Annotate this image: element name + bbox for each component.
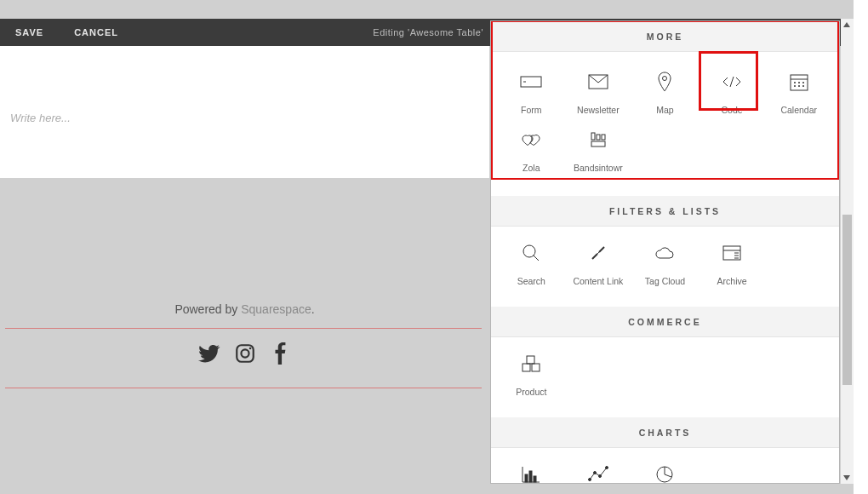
cancel-button[interactable]: CANCEL [59, 27, 134, 37]
section-header-filters: FILTERS & LISTS [491, 196, 839, 227]
section-commerce: COMMERCE Product [491, 307, 839, 417]
block-label: Newsletter [577, 105, 620, 117]
block-picker-panel[interactable]: MORE Form Newsletter Map Code [490, 20, 840, 484]
block-label: Content Link [573, 276, 623, 288]
svg-point-2 [248, 348, 251, 350]
svg-point-38 [588, 478, 591, 480]
block-pie-chart[interactable]: Pie Chart [631, 460, 699, 484]
product-icon [520, 353, 542, 375]
svg-point-39 [593, 471, 596, 474]
block-zola[interactable]: Zola [498, 125, 565, 178]
page-footer: Powered by Squarespace. [0, 178, 489, 493]
archive-icon [721, 242, 743, 264]
search-icon [520, 242, 542, 264]
block-label: Search [517, 276, 545, 288]
facebook-icon[interactable] [270, 342, 292, 368]
svg-point-6 [663, 77, 667, 81]
hearts-icon [520, 129, 542, 151]
svg-rect-30 [527, 356, 534, 364]
powered-by-text: Powered by Squarespace. [0, 302, 489, 316]
block-content-link[interactable]: Content Link [565, 238, 632, 291]
svg-rect-18 [597, 135, 600, 140]
block-bandsintown[interactable]: Bandsintowr [565, 125, 632, 178]
svg-point-40 [598, 474, 601, 477]
svg-point-12 [802, 82, 803, 83]
cloud-icon [654, 242, 676, 264]
block-label: Archive [717, 276, 747, 288]
block-label: Bandsintowr [574, 163, 623, 175]
svg-point-15 [802, 85, 803, 86]
svg-line-7 [730, 77, 734, 87]
svg-point-10 [794, 82, 795, 83]
svg-rect-36 [529, 471, 532, 482]
map-pin-icon [654, 71, 676, 93]
window-scrollbar[interactable] [841, 19, 854, 484]
svg-rect-32 [532, 364, 540, 371]
svg-point-14 [798, 85, 799, 86]
powered-period: . [311, 302, 315, 316]
svg-rect-19 [602, 135, 605, 140]
scroll-down-icon[interactable] [843, 475, 850, 480]
block-calendar[interactable]: Calendar [765, 67, 832, 120]
section-more: MORE Form Newsletter Map Code [491, 21, 839, 196]
pie-chart-icon [654, 463, 676, 484]
block-bar-chart[interactable]: Bar Chart [498, 460, 565, 484]
block-label: Map [656, 105, 673, 117]
form-icon [520, 71, 542, 93]
svg-rect-31 [523, 364, 530, 371]
scroll-thumb[interactable] [842, 215, 852, 385]
svg-point-13 [794, 85, 795, 86]
window-edge [854, 0, 868, 494]
section-header-more: MORE [491, 21, 839, 52]
block-line-chart[interactable]: Line Chart [565, 460, 632, 484]
section-filters: FILTERS & LISTS Search Content Link Tag … [491, 196, 839, 307]
block-newsletter[interactable]: Newsletter [565, 67, 632, 120]
instagram-icon[interactable] [234, 342, 256, 368]
block-search[interactable]: Search [498, 238, 565, 291]
block-label: Zola [523, 163, 540, 175]
bar-chart-icon [520, 463, 542, 484]
svg-rect-37 [534, 476, 536, 482]
svg-point-11 [798, 82, 799, 83]
block-label: Tag Cloud [645, 276, 685, 288]
block-form[interactable]: Form [498, 67, 565, 120]
svg-line-24 [596, 250, 601, 256]
content-editor[interactable]: Write here... [0, 46, 489, 178]
powered-brand-link[interactable]: Squarespace [241, 302, 311, 316]
envelope-icon [587, 71, 609, 93]
social-icons-row [0, 342, 489, 368]
block-archive[interactable]: Archive [699, 238, 766, 291]
block-label: Calendar [780, 105, 817, 117]
section-header-commerce: COMMERCE [491, 307, 839, 337]
svg-point-20 [523, 245, 535, 257]
calendar-icon [788, 71, 810, 93]
block-label: Product [516, 387, 546, 399]
block-map[interactable]: Map [631, 67, 699, 120]
line-chart-icon [587, 463, 609, 484]
section-header-charts: CHARTS [491, 417, 839, 448]
block-label: Form [521, 105, 542, 117]
divider-line [5, 328, 482, 329]
block-label: Code [722, 105, 743, 117]
twitter-icon[interactable] [198, 342, 220, 368]
svg-line-44 [665, 474, 671, 477]
svg-point-1 [241, 349, 248, 357]
divider-line [5, 388, 482, 388]
svg-rect-35 [525, 474, 528, 482]
svg-line-21 [534, 256, 539, 261]
block-tag-cloud[interactable]: Tag Cloud [631, 238, 699, 291]
section-charts: CHARTS Bar Chart Line Chart Pie Chart [491, 417, 839, 484]
save-button[interactable]: SAVE [0, 27, 59, 37]
bandsintown-icon [587, 129, 609, 151]
svg-point-41 [605, 466, 608, 468]
page-chrome-top [0, 0, 841, 19]
block-product[interactable]: Product [498, 349, 565, 402]
editor-placeholder: Write here... [10, 112, 71, 124]
svg-rect-16 [591, 141, 605, 146]
powered-prefix: Powered by [174, 302, 241, 316]
code-icon [721, 71, 743, 93]
svg-rect-17 [591, 133, 595, 140]
link-icon [587, 242, 609, 264]
scroll-up-icon[interactable] [843, 22, 850, 27]
block-code[interactable]: Code [699, 67, 766, 120]
